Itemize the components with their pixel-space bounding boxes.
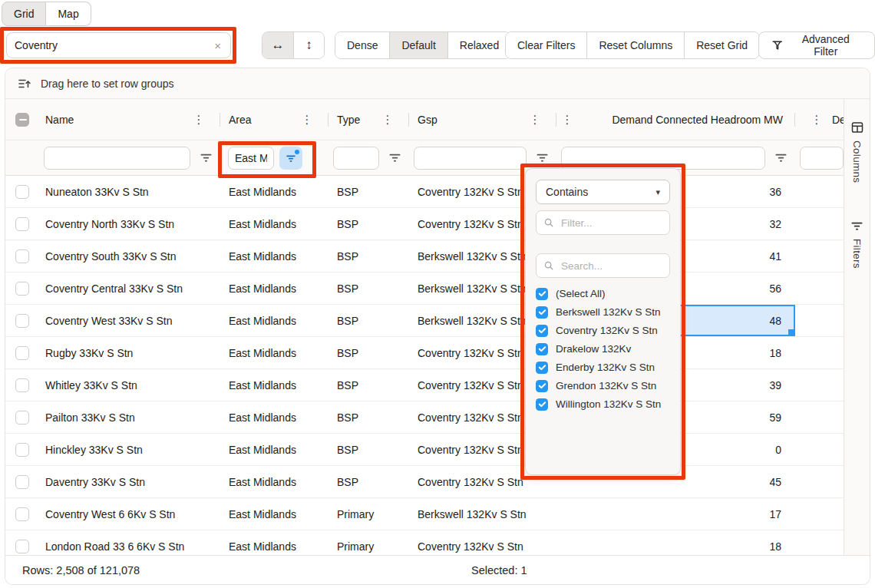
density-switcher: Dense Default Relaxed [335, 31, 511, 59]
density-relaxed-button[interactable]: Relaxed [447, 32, 510, 58]
clear-search-icon[interactable]: × [213, 39, 223, 52]
column-menu-icon[interactable]: ⋮ [811, 113, 823, 127]
table-row[interactable]: Pailton 33Kv S Stn East Midlands BSP Cov… [5, 401, 844, 434]
column-header-name[interactable]: Name ⋮ [39, 99, 220, 140]
row-checkbox[interactable] [15, 475, 29, 489]
cell-demand-headroom[interactable]: 17 [556, 498, 795, 530]
cell-demand-headroom[interactable]: 18 [556, 530, 795, 555]
popup-filter-input[interactable] [560, 216, 662, 230]
row-checkbox[interactable] [15, 185, 29, 199]
column-menu-icon[interactable]: ⋮ [193, 113, 205, 127]
row-checkbox[interactable] [15, 540, 29, 553]
tool-panel-sidebar: Columns Filters [844, 99, 870, 555]
sidebar-tab-columns[interactable]: Columns [850, 121, 864, 183]
table-row[interactable]: Coventry West 6 6Kv S Stn East Midlands … [5, 498, 844, 530]
filter-lines-icon[interactable] [386, 151, 403, 164]
row-checkbox[interactable] [15, 346, 29, 360]
tab-grid[interactable]: Grid [2, 2, 46, 26]
column-header-demand-connected-headroom[interactable]: ⋮ Demand Connected Headroom MW [556, 99, 795, 140]
tab-map[interactable]: Map [46, 2, 91, 26]
set-filter-option[interactable]: Coventry 132Kv S Stn [536, 324, 670, 337]
checked-checkbox[interactable] [536, 343, 548, 355]
row-checkbox[interactable] [15, 443, 29, 457]
set-filter-option[interactable]: Grendon 132Kv S Stn [536, 379, 670, 392]
popup-search-input[interactable] [560, 259, 662, 273]
table-row[interactable]: Nuneaton 33Kv S Stn East Midlands BSP Co… [5, 176, 844, 208]
checked-checkbox[interactable] [536, 325, 548, 337]
select-all-checkbox[interactable] [15, 113, 29, 127]
column-menu-icon[interactable]: ⋮ [561, 113, 573, 127]
filter-lines-icon[interactable] [533, 151, 550, 164]
set-filter-option[interactable]: Willington 132Kv S Stn [536, 398, 670, 411]
row-group-drop-zone[interactable]: Drag here to set row groups [5, 68, 870, 99]
active-filter-dot [295, 150, 299, 154]
column-header-area[interactable]: Area ⋮ [220, 99, 329, 140]
set-filter-option[interactable]: (Select All) [536, 287, 670, 300]
fit-buttons: ↔ ↕ [262, 31, 325, 59]
cell-type: BSP [329, 337, 409, 368]
area-filter-input[interactable] [228, 147, 274, 170]
funnel-icon [771, 39, 784, 51]
table-row[interactable]: Hinckley 33Kv S Stn East Midlands BSP Co… [5, 434, 844, 466]
checked-checkbox[interactable] [536, 362, 548, 374]
type-filter-input[interactable] [333, 147, 379, 170]
row-checkbox[interactable] [15, 378, 29, 392]
table-row[interactable]: Whitley 33Kv S Stn East Midlands BSP Cov… [5, 369, 844, 401]
column-header-gsp[interactable]: Gsp ⋮ [409, 99, 556, 140]
set-filter-option[interactable]: Berkswell 132Kv S Stn [536, 306, 670, 319]
cell-gsp: Coventry 132Kv S Stn [409, 530, 556, 555]
table-row[interactable]: Coventry Central 33Kv S Stn East Midland… [5, 273, 844, 305]
cell-next-truncated [795, 273, 844, 304]
filter-lines-icon[interactable] [772, 151, 789, 164]
column-menu-icon[interactable]: ⋮ [529, 113, 541, 127]
set-filter-popup: Contains ▾ (Select All) Berkswell 132Kv … [525, 168, 681, 475]
area-active-filter-button[interactable] [279, 147, 302, 170]
row-checkbox[interactable] [15, 249, 29, 263]
density-default-button[interactable]: Default [389, 32, 447, 58]
density-dense-button[interactable]: Dense [335, 32, 389, 58]
sidebar-tab-filters[interactable]: Filters [850, 220, 863, 269]
popup-filter-field[interactable] [536, 210, 670, 235]
table-row[interactable]: London Road 33 6 6Kv S Stn East Midlands… [5, 530, 844, 555]
next-column-filter-input[interactable] [800, 147, 844, 170]
filter-lines-icon[interactable] [197, 151, 214, 164]
check-icon [538, 326, 546, 335]
table-row[interactable]: Coventry West 33Kv S Stn East Midlands B… [5, 305, 844, 337]
column-menu-icon[interactable]: ⋮ [381, 113, 394, 127]
advanced-filter-button[interactable]: Advanced Filter [758, 31, 875, 59]
set-filter-option[interactable]: Drakelow 132Kv [536, 342, 670, 355]
row-checkbox[interactable] [15, 411, 29, 424]
filter-operator-select[interactable]: Contains ▾ [536, 180, 670, 204]
quick-search-input[interactable]: Coventry × [6, 32, 231, 58]
table-row[interactable]: Coventry North 33Kv S Stn East Midlands … [5, 208, 844, 240]
row-count-status: Rows: 2,508 of 121,078 [22, 564, 140, 576]
fit-height-button[interactable]: ↕ [293, 32, 324, 58]
selection-fill-handle[interactable] [788, 329, 794, 335]
row-checkbox[interactable] [15, 282, 29, 296]
gsp-filter-input[interactable] [414, 147, 527, 170]
fit-width-button[interactable]: ↔ [262, 32, 293, 58]
reset-columns-button[interactable]: Reset Columns [586, 32, 684, 58]
row-checkbox[interactable] [15, 314, 29, 328]
column-header-type[interactable]: Type ⋮ [329, 99, 409, 140]
table-row[interactable]: Coventry South 33Kv S Stn East Midlands … [5, 240, 844, 273]
column-header-next-truncated[interactable]: ⋮ De [795, 99, 844, 140]
popup-search-field[interactable] [536, 253, 670, 278]
set-filter-option[interactable]: Enderby 132Kv S Stn [536, 361, 670, 374]
checked-checkbox[interactable] [536, 306, 548, 319]
row-checkbox[interactable] [15, 507, 29, 521]
clear-filters-button[interactable]: Clear Filters [506, 32, 586, 58]
row-checkbox[interactable] [15, 217, 29, 231]
checked-checkbox[interactable] [536, 288, 548, 300]
cell-type: BSP [329, 273, 409, 304]
column-menu-icon[interactable]: ⋮ [301, 113, 313, 127]
filters-icon [850, 220, 863, 233]
checked-checkbox[interactable] [536, 398, 548, 411]
checked-checkbox[interactable] [536, 380, 548, 392]
demand-filter-input[interactable] [561, 147, 765, 170]
table-row[interactable]: Rugby 33Kv S Stn East Midlands BSP Coven… [5, 337, 844, 369]
name-filter-input[interactable] [44, 147, 190, 170]
chevron-down-icon: ▾ [655, 187, 660, 197]
reset-grid-button[interactable]: Reset Grid [684, 32, 759, 58]
table-row[interactable]: Daventry 33Kv S Stn East Midlands BSP Co… [5, 466, 844, 498]
